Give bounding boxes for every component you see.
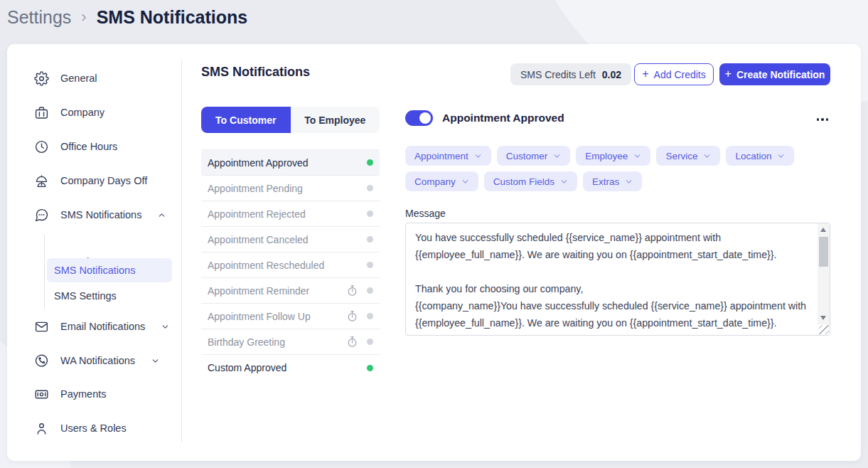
settings-sidebar: General Company Office Hours Company Day…: [7, 44, 181, 461]
notification-label: Appointment Approved: [208, 157, 367, 169]
credits-value: 0.02: [602, 69, 621, 80]
gear-icon: [34, 71, 49, 86]
settings-card: General Company Office Hours Company Day…: [7, 44, 861, 461]
placeholder-dropdown-location[interactable]: Location: [726, 146, 794, 166]
notification-enabled-toggle[interactable]: [405, 110, 433, 126]
sidebar-item-label: Company: [60, 107, 105, 118]
timer-icon: [346, 310, 358, 322]
chevron-up-icon: [157, 211, 166, 220]
sidebar-item-payments[interactable]: Payments: [34, 385, 106, 403]
settings-page: Settings › SMS Notifications General Com…: [0, 0, 868, 468]
chip-label: Appointment: [414, 151, 468, 161]
scroll-up-arrow-icon[interactable]: [820, 228, 826, 232]
sidebar-item-label: SMS Settings: [54, 290, 117, 302]
notification-list: Appointment Approved Appointment Pending…: [201, 149, 380, 381]
list-item-appointment-rejected[interactable]: Appointment Rejected: [201, 201, 380, 227]
submenu-guide-line: [44, 235, 45, 309]
status-dot-disabled: [367, 211, 373, 217]
notification-label: Custom Approved: [208, 362, 367, 373]
status-dot-disabled: [367, 185, 373, 191]
sidebar-item-general[interactable]: General: [34, 70, 97, 87]
toggle-knob: [419, 112, 431, 124]
message-textarea[interactable]: You have successfully scheduled {{servic…: [405, 223, 830, 336]
chevron-down-icon: [161, 322, 170, 331]
status-dot-disabled: [367, 236, 373, 243]
chat-bubble-icon: [34, 208, 49, 223]
textarea-scrollbar[interactable]: [818, 223, 830, 324]
add-credits-label: Add Credits: [654, 69, 706, 80]
chevron-down-icon: [777, 153, 785, 159]
whatsapp-icon: [34, 353, 49, 368]
timer-icon: [346, 284, 358, 297]
briefcase-icon: [34, 105, 49, 120]
list-item-appointment-follow-up[interactable]: Appointment Follow Up: [201, 304, 380, 329]
list-item-custom-approved[interactable]: Custom Approved: [201, 355, 380, 381]
chevron-down-icon: [461, 179, 469, 185]
sidebar-item-label: Email Notifications: [60, 321, 145, 332]
sidebar-item-sms-notifications[interactable]: SMS Notifications: [34, 206, 166, 223]
tab-to-employee[interactable]: To Employee: [291, 107, 380, 133]
tab-to-customer[interactable]: To Customer: [201, 107, 291, 133]
status-dot-enabled: [367, 365, 373, 371]
sidebar-item-label: SMS Notifications: [60, 209, 141, 220]
message-text: You have successfully scheduled {{servic…: [406, 223, 818, 335]
chevron-down-icon: [633, 153, 641, 159]
add-credits-button[interactable]: + Add Credits: [634, 63, 714, 85]
chip-label: Extras: [592, 176, 619, 187]
more-options-button[interactable]: [813, 114, 832, 125]
create-notification-button[interactable]: + Create Notification: [719, 63, 830, 85]
notification-label: Appointment Reminder: [208, 285, 346, 297]
chevron-down-icon: [151, 356, 160, 366]
chip-label: Company: [414, 176, 456, 187]
scroll-down-arrow-icon[interactable]: [820, 316, 826, 320]
credits-label: SMS Credits Left: [520, 69, 596, 80]
list-item-appointment-pending[interactable]: Appointment Pending: [201, 176, 380, 201]
timer-icon: [346, 336, 358, 348]
chip-label: Custom Fields: [493, 176, 554, 187]
notification-editor-title: Appointment Approved: [442, 112, 564, 124]
chip-label: Customer: [506, 151, 548, 161]
placeholder-dropdown-service[interactable]: Service: [656, 146, 720, 166]
chip-label: Service: [665, 151, 697, 161]
sidebar-item-label: WA Notifications: [60, 355, 135, 366]
placeholder-dropdown-custom-fields[interactable]: Custom Fields: [484, 171, 577, 191]
status-dot-disabled: [367, 287, 373, 294]
list-item-appointment-approved[interactable]: Appointment Approved: [201, 150, 380, 176]
resize-handle[interactable]: [819, 325, 829, 334]
chip-label: Employee: [585, 151, 628, 161]
sidebar-item-label: General: [60, 73, 97, 84]
notification-label: Appointment Follow Up: [208, 311, 346, 322]
banknote-icon: [34, 387, 49, 402]
list-item-appointment-reminder[interactable]: Appointment Reminder: [201, 278, 380, 304]
page-title: SMS Notifications: [97, 7, 248, 28]
sidebar-item-office-hours[interactable]: Office Hours: [34, 138, 117, 155]
breadcrumb-settings-link[interactable]: Settings: [7, 7, 71, 28]
sidebar-item-wa-notifications[interactable]: WA Notifications: [34, 352, 160, 369]
placeholder-group-chips: Appointment Customer Employee Service Lo…: [405, 146, 803, 191]
chevron-down-icon: [553, 153, 561, 159]
list-item-appointment-canceled[interactable]: Appointment Canceled: [201, 227, 380, 252]
list-item-appointment-rescheduled[interactable]: Appointment Rescheduled: [201, 252, 380, 278]
sms-credits-badge: SMS Credits Left 0.02: [510, 63, 631, 85]
notification-label: Appointment Canceled: [208, 234, 367, 245]
placeholder-dropdown-customer[interactable]: Customer: [497, 146, 571, 166]
sidebar-item-company-days-off[interactable]: Company Days Off: [34, 172, 147, 189]
beach-umbrella-icon: [34, 174, 49, 188]
sidebar-item-label: Office Hours: [60, 141, 117, 152]
placeholder-dropdown-company[interactable]: Company: [405, 171, 478, 191]
sidebar-item-sms-settings[interactable]: SMS Settings: [47, 284, 172, 308]
sidebar-item-users-roles[interactable]: Users & Roles: [34, 420, 127, 437]
sidebar-item-company[interactable]: Company: [34, 104, 105, 121]
sidebar-item-email-notifications[interactable]: Email Notifications: [34, 318, 170, 335]
notification-label: Appointment Rescheduled: [208, 260, 367, 271]
sidebar-item-sms-notifications-sub[interactable]: SMS Notifications: [47, 258, 172, 282]
list-item-birthday-greeting[interactable]: Birthday Greeting: [201, 329, 380, 355]
placeholder-dropdown-extras[interactable]: Extras: [583, 171, 642, 191]
recipient-tabs: To Customer To Employee: [201, 107, 380, 133]
chevron-down-icon: [703, 153, 711, 159]
chevron-down-icon: [625, 179, 633, 185]
placeholder-dropdown-appointment[interactable]: Appointment: [405, 146, 491, 166]
placeholder-dropdown-employee[interactable]: Employee: [576, 146, 650, 166]
scrollbar-thumb[interactable]: [819, 237, 828, 267]
section-title: SMS Notifications: [201, 65, 310, 80]
